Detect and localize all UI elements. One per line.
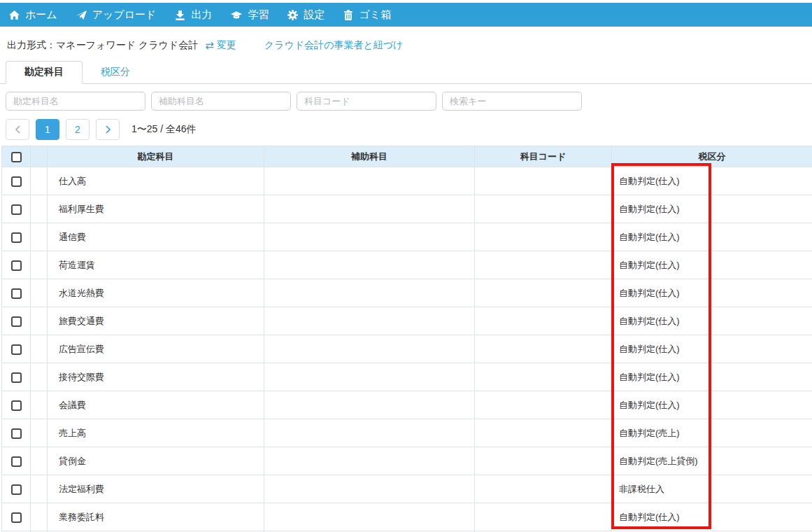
tax-category-cell[interactable]: 自動判定(仕入)	[612, 307, 812, 335]
table-header-row: 勘定科目 補助科目 科目コード 税区分	[2, 146, 812, 167]
sub-account-cell	[264, 475, 475, 503]
row-spacer-cell	[31, 363, 48, 391]
row-checkbox[interactable]	[11, 260, 22, 271]
account-code-cell	[475, 447, 612, 475]
sub-account-cell	[264, 391, 475, 419]
next-page-button[interactable]	[96, 119, 120, 140]
accounts-table-wrap: 勘定科目 補助科目 科目コード 税区分 仕入高 自動判定(仕入) 福利厚生費 自…	[1, 146, 812, 532]
paper-plane-icon	[76, 9, 87, 21]
row-checkbox[interactable]	[11, 288, 22, 299]
row-spacer-cell	[31, 335, 48, 363]
row-checkbox[interactable]	[11, 428, 22, 439]
row-checkbox-cell	[2, 279, 31, 307]
row-checkbox[interactable]	[11, 232, 22, 243]
account-code-cell	[475, 475, 612, 503]
account-name-cell: 接待交際費	[48, 363, 264, 391]
tab-account-items[interactable]: 勘定科目	[6, 61, 83, 84]
prev-page-button[interactable]	[6, 119, 29, 140]
row-checkbox[interactable]	[11, 456, 22, 467]
row-spacer-cell	[31, 251, 48, 279]
account-code-search-input[interactable]	[297, 92, 436, 111]
nav-item-learning[interactable]: 学習	[230, 8, 269, 22]
sub-account-search-input[interactable]	[151, 92, 291, 111]
tax-category-cell[interactable]: 自動判定(仕入)	[612, 363, 812, 391]
tax-category-cell[interactable]: 自動判定(仕入)	[612, 195, 812, 223]
nav-item-label: 設定	[304, 8, 325, 22]
tax-category-cell[interactable]: 非課税仕入	[612, 475, 812, 503]
account-name-cell: 仕入高	[48, 167, 264, 195]
row-checkbox-cell	[2, 391, 31, 419]
graduation-cap-icon	[230, 9, 243, 21]
tax-category-cell[interactable]: 自動判定(仕入)	[612, 391, 812, 419]
account-name-search-input[interactable]	[6, 92, 145, 111]
nav-item-output[interactable]: 出力	[174, 8, 212, 22]
sub-account-cell	[264, 363, 475, 391]
page-button-2[interactable]: 2	[66, 119, 90, 140]
nav-item-settings[interactable]: 設定	[287, 8, 325, 22]
row-checkbox-cell	[2, 335, 31, 363]
account-name-cell: 貸倒金	[48, 447, 264, 475]
row-checkbox[interactable]	[11, 176, 22, 187]
row-checkbox[interactable]	[11, 204, 22, 215]
row-checkbox[interactable]	[11, 484, 22, 495]
nav-item-label: ホーム	[25, 8, 57, 22]
header-account: 勘定科目	[48, 146, 264, 167]
page-button-1[interactable]: 1	[36, 119, 59, 140]
link-business-link[interactable]: クラウド会計の事業者と紐づけ	[264, 39, 404, 52]
tax-category-cell[interactable]: 自動判定(仕入)	[612, 335, 812, 363]
row-checkbox-cell	[2, 223, 31, 251]
tax-category-cell[interactable]: 自動判定(仕入)	[612, 223, 812, 251]
tab-bar: 勘定科目 税区分	[0, 63, 812, 84]
chevron-left-icon	[15, 125, 21, 134]
row-checkbox-cell	[2, 307, 31, 335]
tax-category-cell[interactable]: 自動判定(仕入)	[612, 503, 812, 531]
row-checkbox[interactable]	[11, 400, 22, 411]
sub-account-cell	[264, 447, 475, 475]
change-format-link[interactable]: ⇄ 変更	[205, 39, 236, 52]
header-sub-account: 補助科目	[264, 146, 475, 167]
account-name-cell: 法定福利費	[48, 475, 264, 503]
account-code-cell	[475, 419, 612, 447]
sub-account-cell	[264, 307, 475, 335]
account-name-cell: 水道光熱費	[48, 279, 264, 307]
account-code-cell	[475, 279, 612, 307]
row-checkbox-cell	[2, 503, 31, 531]
account-code-cell	[475, 223, 612, 251]
table-row: 福利厚生費 自動判定(仕入)	[2, 195, 812, 223]
sub-account-cell	[264, 223, 475, 251]
tax-category-cell[interactable]: 自動判定(仕入)	[612, 279, 812, 307]
tax-category-cell[interactable]: 自動判定(売上)	[612, 419, 812, 447]
table-row: 水道光熱費 自動判定(仕入)	[2, 279, 812, 307]
select-all-checkbox[interactable]	[11, 152, 22, 162]
row-checkbox[interactable]	[11, 512, 22, 523]
row-checkbox-cell	[2, 195, 31, 223]
select-all-cell	[2, 146, 31, 167]
nav-item-home[interactable]: ホーム	[8, 8, 57, 22]
tax-category-cell[interactable]: 自動判定(仕入)	[612, 251, 812, 279]
sub-account-cell	[264, 503, 475, 531]
sub-account-cell	[264, 251, 475, 279]
sub-account-cell	[264, 419, 475, 447]
tax-category-cell[interactable]: 自動判定(仕入)	[612, 167, 812, 195]
nav-item-trash[interactable]: ゴミ箱	[343, 8, 391, 22]
row-checkbox[interactable]	[11, 372, 22, 383]
search-key-input[interactable]	[442, 92, 582, 111]
row-checkbox-cell	[2, 363, 31, 391]
account-name-cell: 広告宣伝費	[48, 335, 264, 363]
row-spacer-cell	[31, 167, 48, 195]
spacer-header-cell	[31, 146, 48, 167]
table-row: 仕入高 自動判定(仕入)	[2, 167, 812, 195]
table-row: 売上高 自動判定(売上)	[2, 419, 812, 447]
account-code-cell	[475, 195, 612, 223]
row-spacer-cell	[31, 279, 48, 307]
table-row: 通信費 自動判定(仕入)	[2, 223, 812, 251]
tax-category-cell[interactable]: 自動判定(売上貸倒)	[612, 447, 812, 475]
row-checkbox[interactable]	[11, 344, 22, 355]
nav-item-label: ゴミ箱	[359, 8, 391, 22]
row-checkbox[interactable]	[11, 316, 22, 327]
account-name-cell: 福利厚生費	[48, 195, 264, 223]
nav-item-upload[interactable]: アップロード	[76, 8, 157, 22]
accounts-table: 勘定科目 補助科目 科目コード 税区分 仕入高 自動判定(仕入) 福利厚生費 自…	[1, 146, 812, 532]
tab-tax-category[interactable]: 税区分	[83, 62, 148, 83]
row-spacer-cell	[31, 391, 48, 419]
